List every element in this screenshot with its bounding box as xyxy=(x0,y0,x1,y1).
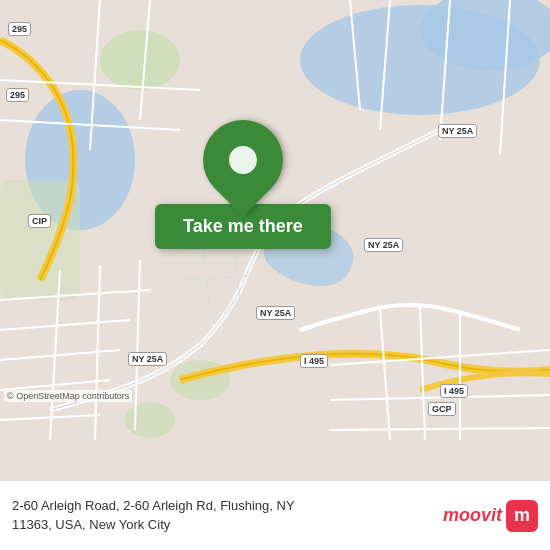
svg-line-12 xyxy=(0,320,130,330)
road-label-gcp: GCP xyxy=(428,402,456,416)
road-label-295-1: 295 xyxy=(8,22,31,36)
moovit-icon: m xyxy=(506,500,538,532)
svg-line-28 xyxy=(330,428,550,430)
map-container: 295 295 NY 25A CIP NY 25A NY 25A NY 25A … xyxy=(0,0,550,480)
svg-line-15 xyxy=(0,415,100,420)
address-line2: 11363, USA, New York City xyxy=(12,516,443,534)
svg-line-14 xyxy=(0,380,110,390)
road-label-ny25a-3: NY 25A xyxy=(256,306,295,320)
svg-line-24 xyxy=(420,305,425,440)
road-label-cip: CIP xyxy=(28,214,51,228)
svg-line-30 xyxy=(180,275,265,280)
moovit-text: moovit xyxy=(443,505,502,526)
address-text: 2-60 Arleigh Road, 2-60 Arleigh Rd, Flus… xyxy=(12,497,443,533)
svg-point-3 xyxy=(100,30,180,90)
copyright-text: © OpenStreetMap contributors xyxy=(4,390,132,402)
road-label-ny25a-4: NY 25A xyxy=(128,352,167,366)
svg-line-9 xyxy=(0,80,200,90)
svg-line-13 xyxy=(0,350,120,360)
map-pin xyxy=(186,103,299,216)
svg-line-23 xyxy=(380,310,390,440)
road-label-ny25a-1: NY 25A xyxy=(438,124,477,138)
button-overlay: Take me there xyxy=(155,120,331,249)
bottom-bar: 2-60 Arleigh Road, 2-60 Arleigh Rd, Flus… xyxy=(0,480,550,550)
address-line1: 2-60 Arleigh Road, 2-60 Arleigh Rd, Flus… xyxy=(12,497,443,515)
road-label-i495: I 495 xyxy=(300,354,328,368)
road-label-ny25a-2: NY 25A xyxy=(364,238,403,252)
road-label-295-2: 295 xyxy=(6,88,29,102)
svg-point-6 xyxy=(125,402,175,438)
moovit-logo: moovit m xyxy=(443,500,538,532)
road-label-i495-2: I 495 xyxy=(440,384,468,398)
